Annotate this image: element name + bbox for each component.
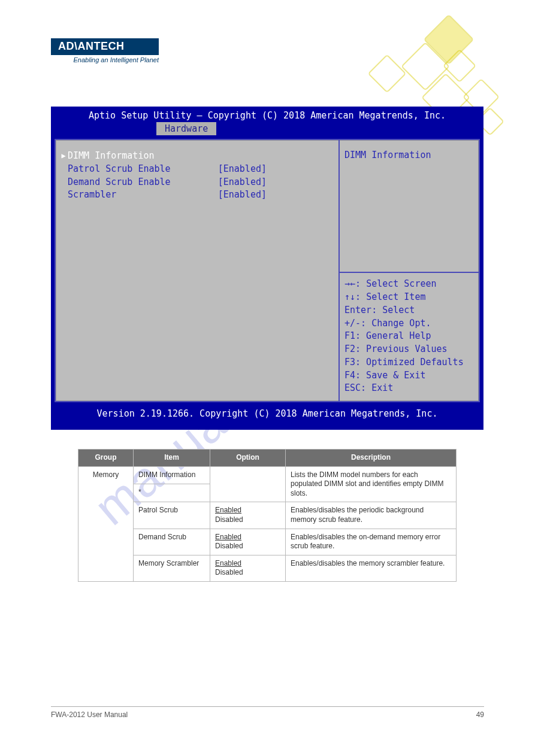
menu-row[interactable]: Patrol Scrub Enable [Enabled] <box>59 163 333 176</box>
bios-key-help: →←: Select Screen ↑↓: Select Item Enter:… <box>340 275 479 401</box>
footer-doc-title: FWA-2012 User Manual <box>51 711 476 719</box>
alt-option: Disabled <box>215 568 243 576</box>
key-row: Enter: Select <box>344 304 474 317</box>
divider <box>340 272 479 273</box>
decor-square <box>443 49 477 83</box>
decor-square <box>401 42 450 91</box>
desc-cell: Lists the DIMM model numbers for each po… <box>286 466 457 502</box>
key-row: ↑↓: Select Item <box>344 291 474 304</box>
bios-help-title: DIMM Information <box>340 140 479 164</box>
bios-footer: Version 2.19.1266. Copyright (C) 2018 Am… <box>51 406 483 424</box>
key-row: F1: General Help <box>344 330 474 343</box>
page-footer: FWA-2012 User Manual 49 <box>51 706 484 719</box>
group-cell: Memory <box>78 466 134 581</box>
item-cell: Memory Scrambler <box>134 555 210 581</box>
item-cell: * <box>134 484 210 502</box>
key-row: F3: Optimized Defaults <box>344 356 474 369</box>
menu-label: Demand Scrub Enable <box>68 176 171 189</box>
menu-label: DIMM Information <box>68 150 155 163</box>
item-cell: Patrol Scrub <box>134 502 210 529</box>
table-row: Patrol Scrub EnabledDisabled Enables/dis… <box>78 502 457 529</box>
key-row: →←: Select Screen <box>344 278 474 291</box>
col-group: Group <box>78 450 134 467</box>
footer-page-number: 49 <box>476 711 484 719</box>
brand-name: AD\ANTECH <box>51 38 159 55</box>
brand-logo: AD\ANTECH Enabling an Intelligent Planet <box>51 38 159 63</box>
key-desc: Select Screen <box>366 278 436 289</box>
bios-left-panel: ▶ DIMM Information Patrol Scrub Enable [… <box>56 140 338 401</box>
item-cell: DIMM Information <box>134 466 210 484</box>
tab-hardware[interactable]: Hardware <box>156 122 216 135</box>
caret-icon: ▶ <box>59 150 68 161</box>
desc-cell: Enables/disables the memory scrambler fe… <box>286 555 457 581</box>
bios-title: Aptio Setup Utility – Copyright (C) 2018… <box>51 107 483 122</box>
bios-setup-screenshot: Aptio Setup Utility – Copyright (C) 2018… <box>51 107 483 430</box>
desc-cell: Enables/disables the periodic background… <box>286 502 457 529</box>
menu-row[interactable]: Demand Scrub Enable [Enabled] <box>59 176 333 189</box>
key-row: F2: Previous Values <box>344 343 474 356</box>
caret-spacer <box>59 189 68 190</box>
arrows-lr-icon: →←: <box>344 278 361 289</box>
option-cell: EnabledDisabled <box>210 502 286 529</box>
caret-spacer <box>59 176 68 177</box>
default-option: Enabled <box>215 506 241 514</box>
alt-option: Disabled <box>215 542 243 550</box>
default-option: Enabled <box>215 559 241 567</box>
table-row: Memory Scrambler EnabledDisabled Enables… <box>78 555 457 581</box>
memory-spec-table: Group Item Option Description Memory DIM… <box>78 449 457 582</box>
menu-value: [Enabled] <box>218 176 333 189</box>
key-row: F4: Save & Exit <box>344 369 474 382</box>
menu-label: Scrambler <box>68 189 116 202</box>
bios-right-panel: DIMM Information →←: Select Screen ↑↓: S… <box>338 140 479 401</box>
menu-label: Patrol Scrub Enable <box>68 163 171 176</box>
col-item: Item <box>134 450 210 467</box>
desc-cell: Enables/disables the on-demand memory er… <box>286 529 457 555</box>
option-cell <box>210 466 286 502</box>
alt-option: Disabled <box>215 515 243 524</box>
caret-spacer <box>59 163 68 164</box>
key-row: ESC: Exit <box>344 382 474 395</box>
bios-tab-row: Hardware <box>51 122 483 135</box>
table-row: Memory DIMM Information Lists the DIMM m… <box>78 466 457 484</box>
item-cell: Demand Scrub <box>134 529 210 555</box>
menu-value: [Enabled] <box>218 163 333 176</box>
option-cell: EnabledDisabled <box>210 529 286 555</box>
col-option: Option <box>210 450 286 467</box>
key-row: +/-: Change Opt. <box>344 317 474 330</box>
decor-square <box>424 14 474 65</box>
table-header-row: Group Item Option Description <box>78 450 457 467</box>
brand-tagline: Enabling an Intelligent Planet <box>51 55 159 63</box>
table-row: Demand Scrub EnabledDisabled Enables/dis… <box>78 529 457 555</box>
menu-row[interactable]: ▶ DIMM Information <box>59 150 333 163</box>
decor-square <box>367 54 406 93</box>
menu-value: [Enabled] <box>218 189 333 202</box>
option-cell: EnabledDisabled <box>210 555 286 581</box>
arrows-ud-icon: ↑↓: <box>344 292 361 302</box>
key-desc: Select Item <box>366 292 425 302</box>
bios-body: ▶ DIMM Information Patrol Scrub Enable [… <box>55 139 480 402</box>
col-description: Description <box>286 450 457 467</box>
default-option: Enabled <box>215 533 241 541</box>
menu-row[interactable]: Scrambler [Enabled] <box>59 189 333 202</box>
